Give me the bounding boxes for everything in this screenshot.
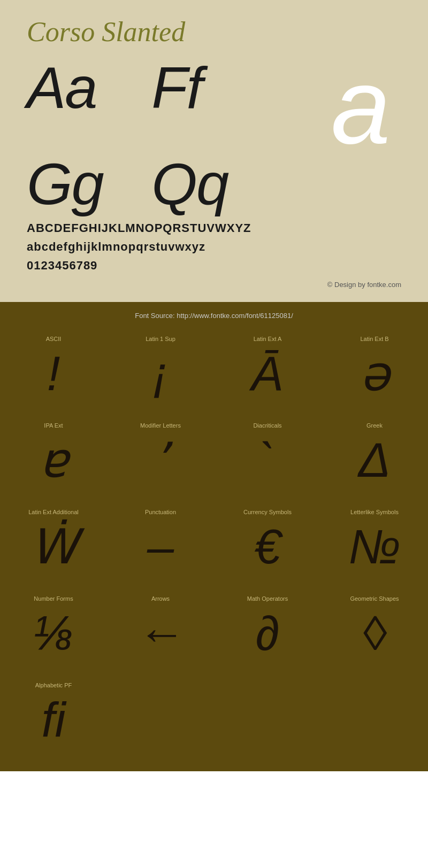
font-source: Font Source: http://www.fontke.com/font/… <box>0 307 428 328</box>
glyph-cell: Latin 1 Sup¡ <box>107 328 214 414</box>
glyph-cell: Arrows← <box>107 587 214 674</box>
glyph-character: ﬁ <box>42 691 66 750</box>
glyph-cell: Geometric Shapes◊ <box>321 587 428 674</box>
digits: 0123456789 <box>27 256 401 275</box>
letter-pair-gg: Gg <box>27 154 151 213</box>
glyph-cell: GreekΔ <box>321 414 428 501</box>
glyph-character: Ā <box>251 345 284 404</box>
glyph-character: № <box>348 518 400 577</box>
glyph-character: ə <box>360 345 389 404</box>
glyph-label: Geometric Shapes <box>350 595 399 602</box>
letter-single-a: a <box>277 58 401 154</box>
glyph-character: ɐ <box>39 431 68 490</box>
letter-pair-ff: Ff <box>151 58 276 154</box>
glyph-label: Currency Symbols <box>243 509 292 515</box>
glyph-cell: Math Operators∂ <box>214 587 321 674</box>
glyph-cell: IPA Extɐ <box>0 414 107 501</box>
glyph-label: IPA Ext <box>44 422 63 429</box>
glyph-cell: Currency Symbols€ <box>214 501 321 587</box>
glyph-label: Latin Ext B <box>360 336 388 342</box>
glyph-character: Δ <box>358 431 391 490</box>
glyph-label: Diacriticals <box>253 422 281 429</box>
glyph-label: Alphabetic PF <box>35 682 72 688</box>
glyph-cell: Modifier Lettersʼ <box>107 414 214 501</box>
glyph-grid: ASCII!Latin 1 Sup¡Latin Ext AĀLatin Ext … <box>0 328 428 761</box>
letter-pair-aa: Aa <box>27 58 151 154</box>
glyph-character: ! <box>47 345 60 404</box>
glyph-label: Number Forms <box>34 595 73 602</box>
glyph-cell: Punctuation– <box>107 501 214 587</box>
letter-pair-qq: Qq <box>151 154 276 213</box>
glyph-cell: Letterlike Symbols№ <box>321 501 428 587</box>
glyph-cell: ASCII! <box>0 328 107 414</box>
glyph-character: ◊ <box>363 604 386 663</box>
glyph-character: ← <box>136 604 185 663</box>
glyph-label: Arrows <box>151 595 170 602</box>
alphabet-section: ABCDEFGHIJKLMNOPQRSTUVWXYZ abcdefghijklm… <box>27 219 401 275</box>
glyph-cell: Diacriticals` <box>214 414 321 501</box>
glyph-character: ʼ <box>153 431 169 490</box>
letter-showcase: Aa Ff a Gg Qq <box>27 58 401 213</box>
glyph-label: Latin Ext A <box>254 336 282 342</box>
bottom-section: Font Source: http://www.fontke.com/font/… <box>0 302 428 771</box>
glyph-label: ASCII <box>46 336 62 342</box>
glyph-character: € <box>254 518 281 577</box>
glyph-cell: Latin Ext AĀ <box>214 328 321 414</box>
glyph-label: Greek <box>366 422 383 429</box>
copyright-text: © Design by fontke.com <box>27 281 401 291</box>
glyph-cell: Latin Ext AdditionalẆ <box>0 501 107 587</box>
glyph-label: Modifier Letters <box>140 422 181 429</box>
glyph-label: Punctuation <box>145 509 176 515</box>
glyph-character: ¡ <box>152 345 169 404</box>
glyph-character: ∂ <box>256 604 279 663</box>
uppercase-alphabet: ABCDEFGHIJKLMNOPQRSTUVWXYZ <box>27 219 401 237</box>
glyph-cell: Number Forms⅛ <box>0 587 107 674</box>
glyph-character: ⅛ <box>33 604 73 663</box>
lowercase-alphabet: abcdefghijklmnopqrstuvwxyz <box>27 237 401 256</box>
glyph-label: Math Operators <box>247 595 288 602</box>
font-title: Corso Slanted <box>27 16 401 48</box>
glyph-cell: Alphabetic PFﬁ <box>0 674 107 761</box>
glyph-cell: Latin Ext Bə <box>321 328 428 414</box>
glyph-label: Latin 1 Sup <box>146 336 175 342</box>
glyph-character: – <box>147 518 174 577</box>
glyph-character: ` <box>259 431 276 490</box>
glyph-label: Latin Ext Additional <box>28 509 79 515</box>
top-section: Corso Slanted Aa Ff a Gg Qq ABCDEFGHIJKL… <box>0 0 428 302</box>
glyph-label: Letterlike Symbols <box>350 509 399 515</box>
glyph-character: Ẇ <box>30 518 78 577</box>
